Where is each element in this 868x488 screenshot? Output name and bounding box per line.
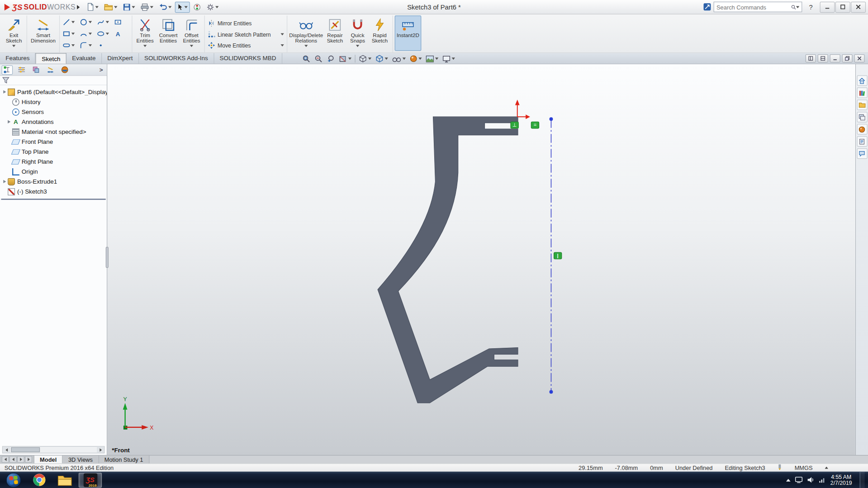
volume-tray-icon[interactable] [807,477,814,483]
display-delete-relations-button[interactable]: Display/Delete Relations [289,15,323,51]
edit-appearance-button[interactable] [408,54,423,64]
scroll-right-button[interactable] [97,447,104,453]
slot-tool-button[interactable] [62,41,79,49]
print-button[interactable] [138,1,156,12]
display-style-button[interactable] [374,54,389,64]
chevron-down-icon[interactable] [143,45,147,47]
hide-show-items-button[interactable] [390,54,408,64]
exit-sketch-button[interactable]: Exit Sketch [3,15,25,51]
tab-features[interactable]: Features [0,53,36,63]
filter-funnel-icon[interactable] [2,77,9,84]
tree-horizontal-scrollbar[interactable] [2,446,104,453]
relation-badge[interactable]: ⊥ [511,122,518,128]
chevron-down-icon[interactable] [89,21,92,23]
tab-evaluate[interactable]: Evaluate [66,53,102,63]
taskbar-clock[interactable]: 4:55 AM 2/7/2019 [830,474,852,486]
menu-expand-icon[interactable] [77,5,80,9]
move-entities-button[interactable]: Move Entities [206,40,285,50]
tree-item-sketch3[interactable]: (-) Sketch3 [0,186,107,196]
tree-item-right-plane[interactable]: Right Plane [0,156,107,166]
design-library-tab[interactable] [857,87,867,98]
smart-dimension-button[interactable]: Smart Dimension [29,15,58,51]
offset-entities-button[interactable]: Offset Entities [180,15,203,51]
tree-item-part6[interactable]: Part6 (Default<<Default>_Display State [0,87,107,97]
tree-item-material[interactable]: Material <not specified> [0,127,107,137]
tab-3d-views[interactable]: 3D Views [63,455,99,463]
tab-motion-study-1[interactable]: Motion Study 1 [99,455,149,463]
chevron-down-icon[interactable] [418,57,422,60]
panel-expand-button[interactable]: > [97,66,105,73]
repair-sketch-button[interactable]: Repair Sketch [323,15,346,51]
tab-solidworks-mbd[interactable]: SOLIDWORKS MBD [214,53,282,63]
help-button[interactable]: ? [805,3,817,11]
rollback-bar[interactable] [1,199,105,199]
featuremanager-tab[interactable] [2,65,13,75]
view-palette-tab[interactable] [857,112,867,122]
line-tool-button[interactable] [62,18,79,26]
sketch-endpoint-bottom[interactable] [550,390,553,394]
forum-tab[interactable] [857,148,867,159]
fillet-tool-button[interactable] [79,41,96,49]
tree-item-front-plane[interactable]: Front Plane [0,137,107,147]
prev-tab-button[interactable] [9,456,17,463]
chevron-down-icon[interactable] [356,45,359,47]
view-orientation-button[interactable] [357,54,373,64]
tree-item-history[interactable]: History [0,97,107,107]
circle-tool-button[interactable] [79,18,96,26]
solidworks-taskbar-button[interactable]: ƷS 2016 [79,473,102,488]
sketch-origin-marker[interactable] [515,99,530,119]
zoom-fit-button[interactable] [301,54,313,64]
chevron-down-icon[interactable] [89,33,92,35]
propertymanager-tab[interactable] [16,65,27,75]
tab-dimxpert[interactable]: DimXpert [102,53,139,63]
quick-snaps-button[interactable]: Quick Snaps [346,15,369,51]
spline-tool-button[interactable] [96,18,113,26]
minimize-button[interactable] [820,1,835,12]
text-tool-button[interactable]: A [113,29,130,37]
panel-splitter-handle[interactable] [106,247,109,268]
chevron-down-icon[interactable] [368,57,371,60]
displaymanager-tab[interactable] [59,65,70,75]
select-button[interactable] [175,1,190,12]
graphics-viewport[interactable]: ⊥ = | Y X *Front [107,64,855,455]
tab-model[interactable]: Model [34,455,63,463]
file-explorer-tab[interactable] [857,99,867,110]
search-input[interactable] [716,4,791,10]
custom-properties-tab[interactable] [857,136,867,147]
rectangle-tool-button[interactable] [62,29,79,37]
scrollbar-thumb[interactable] [11,447,40,452]
display-tray-icon[interactable] [795,477,803,483]
chevron-down-icon[interactable] [435,57,438,60]
pane-split-button[interactable] [818,54,828,62]
chrome-taskbar-button[interactable] [28,473,51,488]
next-tab-button[interactable] [17,456,24,463]
expander-icon[interactable] [8,120,10,123]
relation-badge[interactable]: = [531,122,539,128]
show-desktop-button[interactable] [860,472,865,488]
rebuild-button[interactable] [191,1,203,12]
convert-entities-button[interactable]: Convert Entities [156,15,180,51]
view-settings-button[interactable] [441,54,456,64]
resources-tab[interactable] [857,75,867,85]
first-tab-button[interactable] [2,456,9,463]
tree-item-origin[interactable]: Origin [0,166,107,176]
point-tool-button[interactable] [96,41,113,49]
chevron-down-icon[interactable] [71,33,75,35]
tree-item-boss-extrude1[interactable]: Boss-Extrude1 [0,176,107,186]
expander-icon[interactable] [3,90,6,93]
chevron-down-icon[interactable] [106,21,109,23]
restore-doc-button[interactable] [842,54,852,62]
sketch-endpoint-top[interactable] [550,117,553,121]
dimxpertmanager-tab[interactable] [45,65,56,75]
close-doc-button[interactable] [854,54,864,62]
tree-item-annotations[interactable]: A Annotations [0,117,107,127]
previous-view-button[interactable] [325,54,337,64]
chevron-down-icon[interactable] [796,6,799,8]
save-button[interactable] [120,1,137,12]
scroll-left-button[interactable] [3,447,10,453]
section-view-button[interactable] [337,54,353,64]
start-button[interactable] [1,473,25,488]
chevron-down-icon[interactable] [304,45,308,47]
chevron-down-icon[interactable] [280,44,284,47]
tab-sketch[interactable]: Sketch [36,53,66,63]
